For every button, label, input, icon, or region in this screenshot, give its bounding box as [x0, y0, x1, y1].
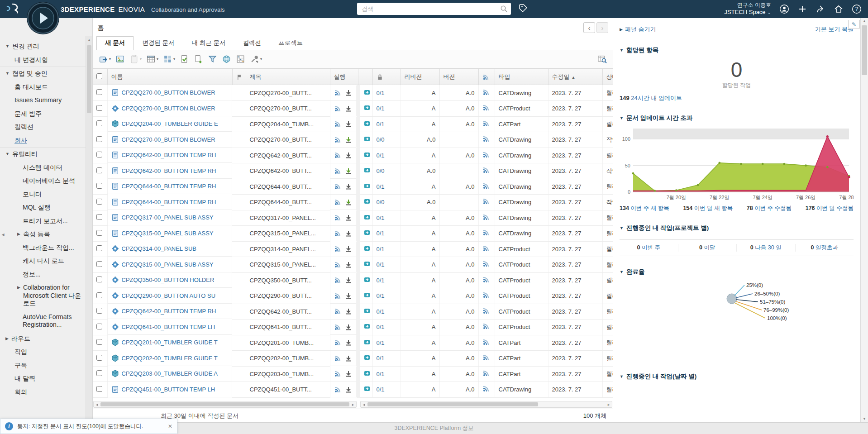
section-in-progress-date[interactable]: ▼진행중인 내 작업(날짜 별): [620, 372, 854, 381]
download-icon[interactable]: [345, 120, 352, 128]
document-name-link[interactable]: CPZQQ201-00_TUMBLER GUIDE T: [122, 339, 218, 346]
globe-button[interactable]: [220, 53, 233, 65]
feed-icon[interactable]: [482, 104, 490, 111]
subscribe-icon[interactable]: [334, 199, 341, 206]
add-to-route-icon[interactable]: [363, 198, 371, 205]
add-to-route-icon[interactable]: [363, 276, 371, 283]
stat-link[interactable]: 이번 달 수정됨: [816, 205, 854, 211]
document-name-link[interactable]: CPZQQ350-00_BUTTON HOLDER: [122, 277, 215, 283]
add-to-route-icon[interactable]: [363, 104, 371, 111]
lock-count-link[interactable]: 0/1: [377, 308, 385, 315]
feed-icon[interactable]: [482, 276, 490, 283]
column-header-route[interactable]: [358, 69, 372, 85]
document-name-link[interactable]: CPZQQ270-00_BUTTON BLOWER: [122, 136, 215, 143]
download-icon[interactable]: [345, 308, 352, 315]
sidebar-item[interactable]: 백그라운드 작업...: [0, 241, 86, 255]
collapse-sidebar-handle[interactable]: ◀: [0, 229, 6, 240]
lock-count-link[interactable]: 0/1: [377, 277, 385, 284]
scrollbar-thumb[interactable]: [87, 45, 91, 113]
lock-count-link[interactable]: 0/1: [377, 215, 385, 221]
sidebar-item[interactable]: ▼협업 및 승인: [0, 67, 86, 81]
image-button[interactable]: [114, 53, 126, 65]
download-icon[interactable]: [345, 355, 352, 362]
scrollbar-thumb[interactable]: [862, 25, 867, 75]
download-icon[interactable]: [345, 136, 352, 143]
download-icon[interactable]: [345, 199, 352, 206]
tab-새 문서[interactable]: 새 문서: [96, 36, 134, 50]
sidebar-item[interactable]: 내 변경사항: [0, 53, 86, 67]
sidebar-item[interactable]: 회의: [0, 386, 86, 399]
add-to-route-icon[interactable]: [363, 182, 371, 190]
document-name-link[interactable]: CPZQQ315-00_PANEL SUB ASSY: [122, 261, 214, 268]
sidebar-item[interactable]: MQL 실행: [0, 201, 86, 215]
add-to-route-icon[interactable]: [363, 151, 371, 158]
stat-link[interactable]: 이번 주 수정됨: [754, 205, 792, 211]
home-icon[interactable]: [834, 4, 844, 14]
select-all-checkbox[interactable]: [96, 73, 102, 79]
search-icon[interactable]: [500, 5, 508, 13]
feed-icon[interactable]: [482, 151, 490, 158]
matrix-button[interactable]: [234, 53, 247, 65]
row-checkbox[interactable]: [96, 152, 102, 157]
subscribe-icon[interactable]: [334, 214, 341, 221]
sidebar-item[interactable]: 작업: [0, 345, 86, 359]
feed-icon[interactable]: [482, 339, 490, 346]
subscribe-icon[interactable]: [334, 89, 341, 96]
row-checkbox[interactable]: [96, 261, 102, 267]
document-name-link[interactable]: CPZQQ290-00_BUTTON AUTO SU: [122, 292, 216, 299]
download-icon[interactable]: [345, 167, 352, 175]
row-checkbox[interactable]: [96, 105, 102, 111]
subscribe-icon[interactable]: [334, 183, 341, 190]
help-icon[interactable]: ?: [852, 4, 862, 14]
add-to-route-icon[interactable]: [363, 135, 371, 143]
sidebar-item[interactable]: ▶라우트: [0, 332, 86, 346]
add-to-route-icon[interactable]: [363, 167, 371, 174]
stat-link[interactable]: 이번 주: [642, 244, 660, 251]
add-to-route-icon[interactable]: [363, 339, 371, 346]
add-to-route-icon[interactable]: [363, 229, 371, 236]
lock-count-link[interactable]: 0/0: [377, 167, 385, 174]
feed-icon[interactable]: [482, 245, 490, 252]
lock-count-link[interactable]: 0/0: [377, 136, 385, 143]
forward-button[interactable]: ›: [596, 22, 608, 33]
sidebar-scrollbar[interactable]: ▲: [86, 36, 92, 422]
row-checkbox[interactable]: [96, 324, 102, 329]
section-completion[interactable]: ▼완료율: [620, 268, 854, 276]
lock-count-link[interactable]: 0/1: [377, 324, 385, 330]
sidebar-item[interactable]: 트리거 보고서...: [0, 215, 86, 228]
table-search-button[interactable]: [596, 53, 608, 65]
hscrollbar-left[interactable]: ◂▸: [93, 401, 357, 408]
row-checkbox[interactable]: [96, 136, 102, 142]
subscribe-icon[interactable]: [334, 324, 341, 331]
document-name-link[interactable]: CPZQQ203-00_TUMBLER GUIDE A: [122, 370, 218, 377]
row-checkbox[interactable]: [96, 199, 102, 205]
subscribe-icon[interactable]: [334, 120, 341, 128]
panel-scrollbar[interactable]: ▲ ▼: [860, 18, 868, 422]
download-icon[interactable]: [345, 152, 352, 159]
sidebar-item[interactable]: 회사: [0, 134, 86, 148]
row-checkbox[interactable]: [96, 214, 102, 220]
subscribe-icon[interactable]: [334, 292, 341, 300]
sidebar-item[interactable]: 정보...: [0, 268, 86, 281]
sidebar-item[interactable]: 구독: [0, 359, 86, 372]
sidebar-item[interactable]: 컬렉션: [0, 120, 86, 134]
feed-icon[interactable]: [482, 135, 490, 143]
document-name-link[interactable]: CPZQQ270-00_BUTTON BLOWER: [122, 105, 215, 112]
scrollbar-thumb[interactable]: [100, 402, 349, 406]
feed-icon[interactable]: [482, 385, 490, 392]
download-icon[interactable]: [345, 292, 352, 300]
subscribe-icon[interactable]: [334, 277, 341, 284]
document-name-link[interactable]: CPZQQ315-00_PANEL SUB ASSY: [122, 230, 214, 237]
document-name-link[interactable]: CPZQQ204-00_TUMBLER GUIDE E: [122, 120, 218, 127]
add-to-route-icon[interactable]: [363, 120, 371, 127]
document-name-link[interactable]: CPZQQ642-00_BUTTON TEMP RH: [122, 308, 216, 315]
compass-button[interactable]: [26, 1, 60, 35]
pen-panel-icon[interactable]: ✎: [848, 20, 860, 29]
tab-변경된 문서[interactable]: 변경된 문서: [134, 36, 183, 50]
lock-count-link[interactable]: 0/1: [377, 105, 385, 112]
document-name-link[interactable]: CPZQQ451-00_BUTTON TEMP LH: [122, 386, 215, 393]
lock-count-link[interactable]: 0/1: [377, 386, 385, 393]
subscribe-icon[interactable]: [334, 167, 341, 175]
user-menu[interactable]: 연구소 이충호 JSTECH Space⌄: [725, 2, 771, 16]
column-header-rev[interactable]: 리비전: [401, 69, 439, 85]
